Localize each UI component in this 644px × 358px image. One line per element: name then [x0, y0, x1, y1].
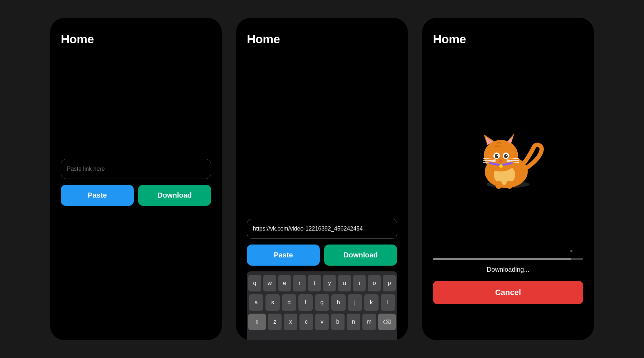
svg-rect-3 [496, 181, 502, 189]
key-n[interactable]: n [347, 314, 360, 330]
key-e[interactable]: e [278, 275, 291, 291]
key-y[interactable]: y [323, 275, 336, 291]
keyboard-row-3: ⇧ z x c v b n m ⌫ [248, 314, 396, 330]
paste-button-2[interactable]: Paste [247, 245, 320, 266]
screen-3-content: Downloading... Cancel [433, 46, 583, 340]
cat-animation-container [433, 61, 583, 247]
screen-1-title: Home [61, 32, 211, 46]
key-f[interactable]: f [298, 294, 313, 311]
paste-button-1[interactable]: Paste [61, 185, 134, 206]
buttons-row-2: Paste Download [247, 245, 397, 266]
key-l[interactable]: l [381, 294, 395, 311]
key-t[interactable]: t [308, 275, 321, 291]
phone-screen-2: Home Paste Download q w e r t y u i o p … [236, 18, 408, 340]
svg-rect-4 [506, 181, 513, 189]
key-d[interactable]: d [282, 294, 296, 311]
key-z[interactable]: z [268, 314, 282, 330]
progress-bar-fill [433, 258, 571, 260]
screen-2-title: Home [247, 32, 397, 46]
key-m[interactable]: m [362, 314, 376, 330]
downloading-text: Downloading... [433, 266, 583, 274]
key-q[interactable]: q [248, 275, 261, 291]
buttons-row-1: Paste Download [61, 185, 211, 206]
key-s[interactable]: s [265, 294, 280, 311]
key-u[interactable]: u [338, 275, 351, 291]
key-shift[interactable]: ⇧ [248, 314, 266, 330]
loading-dot-indicator [433, 247, 583, 255]
key-o[interactable]: o [368, 275, 381, 291]
link-input-2[interactable] [247, 219, 397, 239]
key-x[interactable]: x [284, 314, 297, 330]
key-c[interactable]: c [299, 314, 313, 330]
keyboard-row-2: a s d f g h j k l [248, 294, 396, 311]
svg-point-15 [506, 155, 507, 156]
loading-dot [570, 250, 572, 252]
phone-screen-1: Home Paste Download [50, 18, 222, 340]
svg-point-23 [499, 164, 503, 168]
keyboard: q w e r t y u i o p a s d f g h j k l ⇧ … [247, 271, 397, 340]
download-button-2[interactable]: Download [324, 245, 397, 266]
cancel-button[interactable]: Cancel [433, 281, 583, 304]
svg-point-14 [497, 155, 498, 156]
key-r[interactable]: r [293, 275, 306, 291]
download-button-1[interactable]: Download [138, 185, 211, 206]
key-h[interactable]: h [331, 294, 346, 311]
key-j[interactable]: j [348, 294, 362, 311]
phone-screen-3: Home [422, 18, 594, 340]
screen-2-content: Paste Download [247, 46, 397, 271]
svg-point-13 [504, 154, 508, 158]
key-w[interactable]: w [263, 275, 276, 291]
key-v[interactable]: v [315, 314, 329, 330]
key-backspace[interactable]: ⌫ [378, 314, 396, 330]
screen-1-content: Paste Download [61, 46, 211, 340]
svg-point-12 [495, 154, 498, 158]
key-a[interactable]: a [249, 294, 263, 311]
screen-3-title: Home [433, 32, 583, 46]
key-k[interactable]: k [364, 294, 379, 311]
progress-bar-container [433, 258, 583, 260]
key-i[interactable]: i [353, 275, 366, 291]
cat-illustration [469, 118, 547, 190]
progress-section: Downloading... Cancel [433, 258, 583, 319]
keyboard-row-1: q w e r t y u i o p [248, 275, 396, 291]
link-input-1[interactable] [61, 159, 211, 179]
key-g[interactable]: g [315, 294, 329, 311]
key-b[interactable]: b [331, 314, 345, 330]
key-p[interactable]: p [383, 275, 396, 291]
